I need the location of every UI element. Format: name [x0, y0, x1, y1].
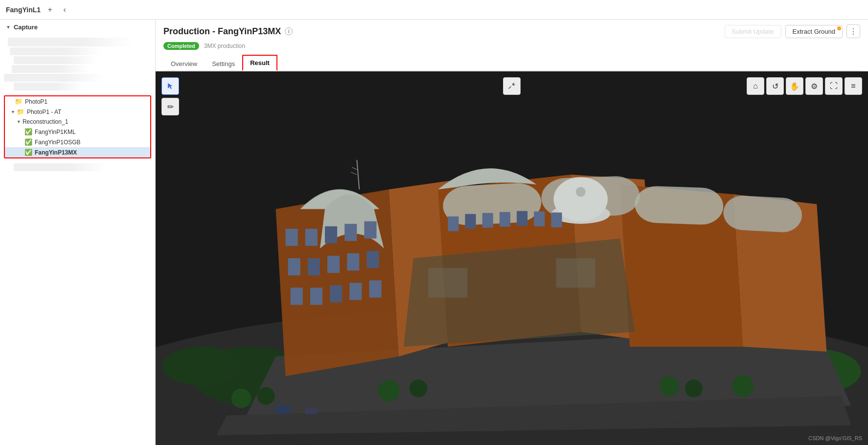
- svg-point-55: [660, 376, 679, 396]
- svg-rect-36: [349, 283, 362, 300]
- tab-overview[interactable]: Overview: [163, 56, 205, 71]
- svg-rect-28: [288, 258, 300, 275]
- svg-rect-46: [428, 268, 467, 297]
- pencil-tool-button[interactable]: ✏: [161, 98, 179, 115]
- tree-item-photop1[interactable]: 📁 PhotoP1: [5, 96, 150, 107]
- svg-rect-26: [344, 224, 357, 241]
- tree-highlighted-section: 📁 PhotoP1 ▼ 📁 PhotoP1 - AT ▼ Reconstruct…: [4, 95, 151, 158]
- svg-rect-30: [327, 256, 340, 273]
- more-options-button[interactable]: ⋮: [846, 24, 860, 38]
- tree-item-fangyinp1kml[interactable]: ✅ FangYinP1KML: [5, 127, 150, 137]
- fullscreen-button[interactable]: ⛶: [825, 77, 843, 95]
- app-title: FangYinL1: [6, 6, 41, 14]
- tree-label-fangyinp13mx: FangYinP13MX: [35, 149, 77, 156]
- svg-rect-32: [366, 251, 379, 268]
- view-settings-button[interactable]: ⚙: [805, 77, 823, 95]
- wrench-tool-button[interactable]: [503, 77, 521, 95]
- svg-rect-49: [275, 406, 290, 413]
- svg-rect-39: [465, 214, 476, 229]
- tree-label-reconstruction: Reconstruction_1: [23, 118, 68, 125]
- info-icon[interactable]: i: [285, 27, 293, 35]
- tree-item-fangyinp1osgb[interactable]: ✅ FangYinP1OSGB: [5, 137, 150, 147]
- content-header: Production - FangYinP13MX i Submit Updat…: [156, 20, 868, 71]
- svg-rect-40: [482, 213, 493, 228]
- add-button[interactable]: +: [45, 4, 55, 15]
- status-badge: Completed: [163, 42, 199, 50]
- tree-label-fangyinp1kml: FangYinP1KML: [35, 129, 76, 135]
- 3d-viewer[interactable]: ✏ ⌂ ↺ ✋ ⚙ ⛶ ≡ CSDN @Vigo'GIS_RS: [156, 71, 868, 445]
- svg-point-22: [576, 187, 586, 197]
- svg-rect-33: [291, 288, 303, 305]
- folder-icon: 📁: [15, 98, 23, 105]
- page-title: Production - FangYinP13MX: [163, 26, 281, 37]
- svg-rect-47: [556, 258, 595, 288]
- tabs-row: Overview Settings Result: [163, 55, 860, 71]
- svg-point-52: [257, 387, 274, 404]
- tree-item-fangyinp13mx[interactable]: ✅ FangYinP13MX: [5, 147, 150, 157]
- subtitle-text: 3MX production: [204, 43, 245, 49]
- svg-rect-31: [347, 253, 359, 270]
- tree-label-photop1-at: PhotoP1 - AT: [27, 109, 61, 115]
- more-view-options-button[interactable]: ≡: [845, 77, 862, 95]
- svg-point-57: [732, 375, 754, 397]
- svg-point-51: [231, 388, 251, 408]
- tab-result[interactable]: Result: [242, 55, 277, 71]
- viewer-toolbar-right: ⌂ ↺ ✋ ⚙ ⛶ ≡: [747, 77, 862, 95]
- home-view-button[interactable]: ⌂: [747, 77, 764, 95]
- folder-icon-at: 📁: [17, 108, 24, 115]
- svg-rect-18: [634, 185, 724, 225]
- svg-rect-43: [534, 212, 545, 226]
- svg-rect-42: [517, 211, 527, 225]
- svg-rect-29: [308, 258, 320, 275]
- tree-label-photop1: PhotoP1: [25, 98, 47, 105]
- chevron-down-icon-reconstruction: ▼: [17, 119, 21, 124]
- svg-rect-19: [723, 195, 803, 233]
- svg-rect-35: [330, 285, 342, 302]
- sidebar-capture-header: ▼ Capture: [0, 20, 155, 35]
- watermark: CSDN @Vigo'GIS_RS: [808, 435, 862, 441]
- svg-rect-23: [286, 229, 298, 246]
- tree-item-photop1-at[interactable]: ▼ 📁 PhotoP1 - AT: [5, 107, 150, 117]
- check-icon-3mx: ✅: [24, 149, 32, 156]
- extract-ground-button[interactable]: Extract Ground: [785, 25, 843, 38]
- tree-item-reconstruction[interactable]: ▼ Reconstruction_1: [5, 117, 150, 127]
- tab-settings[interactable]: Settings: [205, 56, 242, 71]
- viewer-toolbar-left: ✏: [161, 77, 179, 115]
- chevron-down-icon: ▼: [6, 24, 11, 30]
- pan-tool-button[interactable]: ✋: [786, 77, 803, 95]
- submit-update-button[interactable]: Submit Update: [725, 25, 781, 38]
- svg-point-54: [410, 379, 427, 397]
- svg-rect-38: [448, 217, 458, 231]
- svg-rect-27: [364, 222, 376, 239]
- svg-rect-37: [369, 280, 381, 297]
- select-tool-button[interactable]: [161, 77, 179, 95]
- svg-point-4: [162, 347, 241, 386]
- check-icon-osgb: ✅: [24, 138, 32, 146]
- svg-rect-41: [500, 212, 510, 227]
- tree-label-fangyinp1osgb: FangYinP1OSGB: [35, 139, 81, 146]
- svg-point-53: [378, 380, 400, 401]
- check-icon-kml: ✅: [24, 128, 32, 135]
- svg-rect-24: [305, 229, 318, 246]
- svg-rect-44: [551, 213, 562, 227]
- svg-rect-50: [305, 408, 318, 414]
- sidebar-header-label: Capture: [14, 23, 38, 31]
- back-button[interactable]: ‹: [59, 4, 70, 15]
- building-render: [156, 71, 868, 445]
- svg-rect-25: [325, 226, 337, 244]
- rotate-view-button[interactable]: ↺: [766, 77, 784, 95]
- svg-point-56: [685, 379, 703, 397]
- viewer-toolbar-center: [503, 77, 521, 95]
- svg-rect-34: [310, 288, 322, 305]
- chevron-down-icon-at: ▼: [11, 110, 15, 114]
